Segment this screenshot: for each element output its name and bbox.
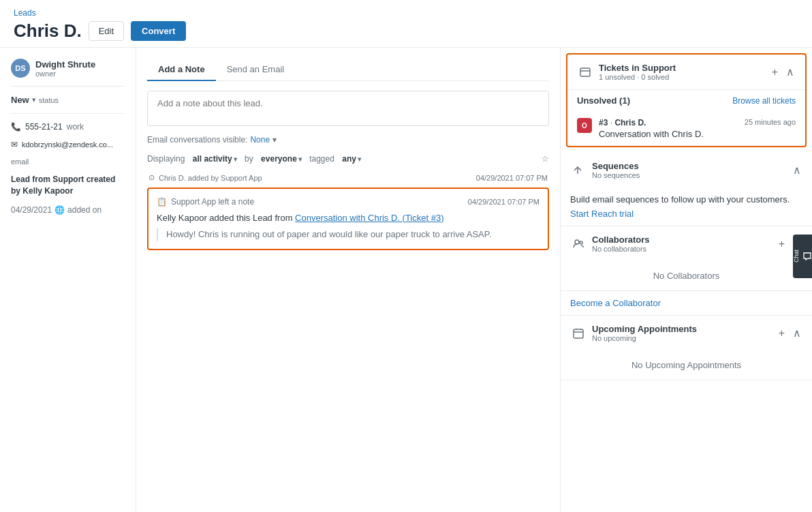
added-date: 04/29/2021 [11,205,52,215]
collaborators-add-button[interactable]: + [777,237,786,252]
convert-button[interactable]: Convert [131,21,186,41]
chat-label: Chat [793,250,800,262]
email-label-row: email [11,157,125,166]
sequences-icon [570,164,587,177]
activity-icon: ⊙ [149,173,155,182]
tickets-panel-header[interactable]: Tickets in Support 1 unsolved · 0 solved… [567,55,805,89]
svg-point-1 [575,240,579,244]
activity-author: Chris D. added by Support App [159,174,262,182]
ticket-time: 25 minutes ago [745,118,796,127]
email-vis-label: Email conversations visible: [147,135,247,145]
appointments-title: Upcoming Appointments [592,324,777,334]
become-collaborator-link[interactable]: Become a Collaborator [570,298,661,308]
appointments-collapse-button[interactable]: ∧ [792,325,802,341]
breadcrumb[interactable]: Leads [14,8,798,18]
activity-filter-bar: Displaying all activity ▾ by everyone ▾ … [147,154,549,164]
svg-point-2 [580,241,582,244]
ticket-info: #3 · Chris D. 25 minutes ago Conversatio… [599,118,796,139]
svg-rect-0 [580,68,590,76]
note-icon: 📋 [157,197,167,207]
unsolved-row: Unsolved (1) Browse all tickets [567,90,805,111]
tab-send-email[interactable]: Send an Email [216,59,296,81]
activity-arrow-icon: ▾ [234,155,237,163]
ticket-meta: #3 · Chris D. [599,118,646,127]
none-arrow-icon: ▾ [272,135,277,145]
sequences-title: Sequences [592,161,792,171]
tagged-label: tagged [309,154,334,164]
activity-header: ⊙ Chris D. added by Support App 04/29/20… [147,173,549,182]
ticket-link[interactable]: Conversation with Chris D. (Ticket #3) [295,213,443,223]
email-icon: ✉ [11,140,18,149]
activity-filter[interactable]: all activity ▾ [193,154,237,164]
edit-button[interactable]: Edit [89,21,124,41]
sequences-subtitle: No sequences [592,171,792,179]
start-reach-link[interactable]: Start Reach trial [570,209,634,219]
page-title: Chris D. [14,20,82,42]
owner-name: Dwight Shrute [35,59,95,70]
tickets-panel: Tickets in Support 1 unsolved · 0 solved… [566,53,807,147]
appointments-add-button[interactable]: + [777,326,786,341]
tab-bar: Add a Note Send an Email [147,59,549,81]
collaborators-panel: Collaborators No collaborators + ∧ No Co… [561,226,812,316]
avatar: DS [11,59,30,78]
any-arrow-icon: ▾ [358,155,361,163]
any-filter[interactable]: any ▾ [342,154,361,164]
email-field: ✉ kdobrzynski@zendesk.co... [11,140,125,149]
note-card-quote: Howdy! Chris is running out of paper and… [157,228,540,241]
appointments-panel-header[interactable]: Upcoming Appointments No upcoming + ∧ [561,316,812,350]
star-button[interactable]: ☆ [542,154,549,164]
collaborators-subtitle: No collaborators [592,245,777,253]
ticket-item: O #3 · Chris D. 25 minutes ago Conversat… [567,111,805,146]
tickets-add-button[interactable]: + [770,65,779,80]
lead-source: Lead from Support created by Kelly Kapoo… [11,174,125,197]
note-card-timestamp: 04/29/2021 07:07 PM [468,198,540,206]
filter-bar: Email conversations visible: None ▾ [147,135,549,145]
collaborators-icon [570,238,587,250]
sequences-panel-header[interactable]: Sequences No sequences ∧ [561,153,812,187]
phone-value: 555-21-21 [25,122,63,132]
sequences-body: Build email sequences to follow up with … [561,187,812,226]
collaborators-panel-header[interactable]: Collaborators No collaborators + ∧ [561,226,812,261]
appointments-subtitle: No upcoming [592,334,777,342]
sequences-panel: Sequences No sequences ∧ Build email seq… [561,153,812,226]
note-card: 📋 Support App left a note 04/29/2021 07:… [147,187,549,250]
appointments-empty: No Upcoming Appointments [561,350,812,380]
sequences-description: Build email sequences to follow up with … [570,194,802,205]
status-label: status [39,96,59,104]
tab-add-note[interactable]: Add a Note [147,59,216,81]
tickets-collapse-button[interactable]: ∧ [785,64,796,80]
everyone-filter[interactable]: everyone ▾ [261,154,302,164]
sequences-collapse-button[interactable]: ∧ [792,162,802,178]
phone-icon: 📞 [11,122,21,132]
note-input[interactable] [147,91,549,126]
ticket-title: Conversation with Chris D. [599,129,796,139]
svg-rect-3 [574,329,583,338]
email-tag: email [11,157,29,166]
status-chevron-icon: ▾ [32,95,36,104]
by-label: by [245,154,253,164]
note-card-title: Support App left a note [171,197,254,207]
activity-timestamp: 04/29/2021 07:07 PM [476,174,548,182]
appointments-panel: Upcoming Appointments No upcoming + ∧ No… [561,316,812,380]
note-card-title-row: 📋 Support App left a note [157,197,254,207]
browse-tickets-link[interactable]: Browse all tickets [732,96,796,106]
tickets-panel-title: Tickets in Support [599,63,770,73]
note-card-body: Kelly Kapoor added this Lead from Conver… [157,212,540,241]
collaborators-empty: No Collaborators [561,261,812,290]
tickets-panel-subtitle: 1 unsolved · 0 solved [599,73,770,81]
email-value: kdobrzynski@zendesk.co... [22,140,113,149]
ticket-avatar: O [577,118,592,133]
unsolved-label: Unsolved (1) [577,95,630,106]
displaying-label: Displaying [147,154,185,164]
added-on: 04/29/2021 🌐 added on [11,205,125,215]
globe-icon: 🌐 [54,205,65,215]
appointments-icon [570,327,587,340]
owner-role: owner [35,70,95,78]
status-value[interactable]: New [11,95,29,105]
chat-button[interactable]: Chat [793,235,812,278]
phone-tag: work [67,122,84,132]
added-label: added on [67,205,102,215]
email-vis-none[interactable]: None [250,135,270,145]
collaborators-title: Collaborators [592,235,777,245]
phone-field: 📞 555-21-21 work [11,122,125,132]
